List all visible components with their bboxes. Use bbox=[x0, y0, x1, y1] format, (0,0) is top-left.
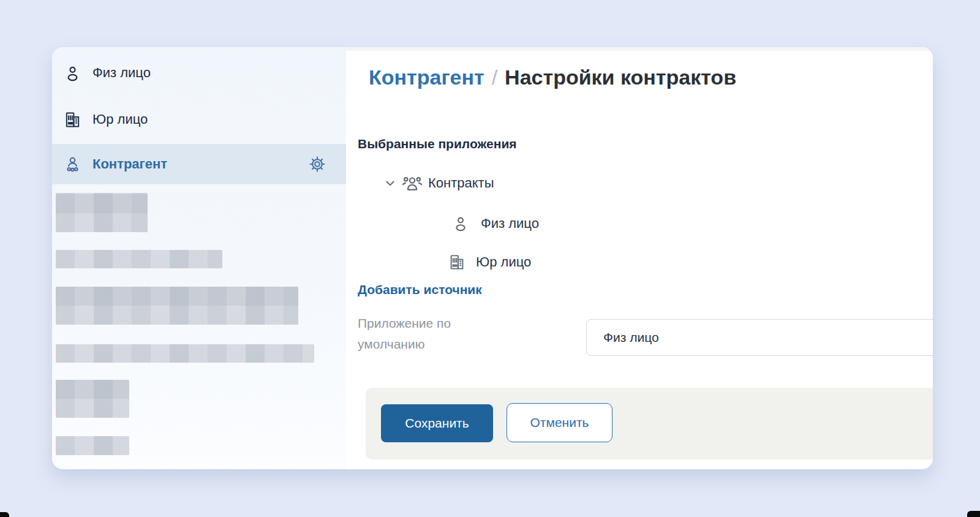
add-source-link[interactable]: Добавить источник bbox=[358, 282, 482, 297]
redacted-item bbox=[56, 344, 314, 363]
action-bar: Сохранить Отменить bbox=[366, 388, 933, 459]
content-area: Контрагент/Настройки контрактов Выбранны… bbox=[346, 47, 933, 469]
main-card: Физ лицо Юр лицо bbox=[52, 47, 933, 469]
sidebar-item-label: Юр лицо bbox=[92, 111, 148, 127]
breadcrumb: Контрагент/Настройки контрактов bbox=[369, 66, 736, 89]
tree-leaf-fiz-lico[interactable]: Физ лицо bbox=[451, 211, 539, 236]
chevron-down-icon[interactable] bbox=[384, 177, 396, 189]
redacted-item bbox=[56, 436, 129, 455]
save-button[interactable]: Сохранить bbox=[381, 404, 493, 442]
page-title: Настройки контрактов bbox=[505, 66, 736, 89]
redacted-item bbox=[56, 380, 129, 418]
breadcrumb-parent-link[interactable]: Контрагент bbox=[369, 66, 484, 89]
tree-node-contracts[interactable]: Контракты bbox=[384, 171, 494, 195]
counterparty-icon bbox=[63, 155, 82, 174]
gear-icon[interactable] bbox=[308, 155, 326, 173]
group-icon bbox=[400, 173, 424, 193]
person-icon bbox=[63, 64, 82, 83]
sidebar-item-label: Физ лицо bbox=[92, 65, 151, 81]
redacted-item bbox=[56, 250, 222, 268]
sidebar-item-yur-lico[interactable]: Юр лицо bbox=[52, 102, 346, 137]
cancel-button[interactable]: Отменить bbox=[507, 403, 612, 442]
scroll-strip bbox=[346, 47, 933, 51]
building-icon bbox=[63, 110, 82, 129]
sidebar-item-fiz-lico[interactable]: Физ лицо bbox=[52, 56, 346, 90]
sidebar-item-kontragent[interactable]: Контрагент bbox=[52, 144, 346, 184]
sidebar: Физ лицо Юр лицо bbox=[52, 47, 346, 469]
breadcrumb-separator: / bbox=[492, 66, 497, 89]
sidebar-item-label: Контрагент bbox=[92, 156, 167, 172]
building-icon bbox=[448, 253, 466, 271]
default-app-label: Приложение по умолчанию bbox=[358, 313, 489, 355]
person-icon bbox=[451, 214, 470, 233]
tree-leaf-label: Юр лицо bbox=[476, 254, 531, 270]
tree-leaf-yur-lico[interactable]: Юр лицо bbox=[448, 250, 531, 274]
screenshot-corner-artifact bbox=[967, 511, 980, 517]
redacted-item bbox=[56, 287, 298, 325]
tree-leaf-label: Физ лицо bbox=[481, 216, 539, 232]
default-app-input[interactable] bbox=[586, 319, 933, 356]
selected-apps-title: Выбранные приложения bbox=[358, 137, 517, 151]
screenshot-corner-artifact bbox=[0, 512, 9, 517]
tree-node-label: Контракты bbox=[428, 175, 494, 191]
redacted-item bbox=[56, 193, 148, 232]
